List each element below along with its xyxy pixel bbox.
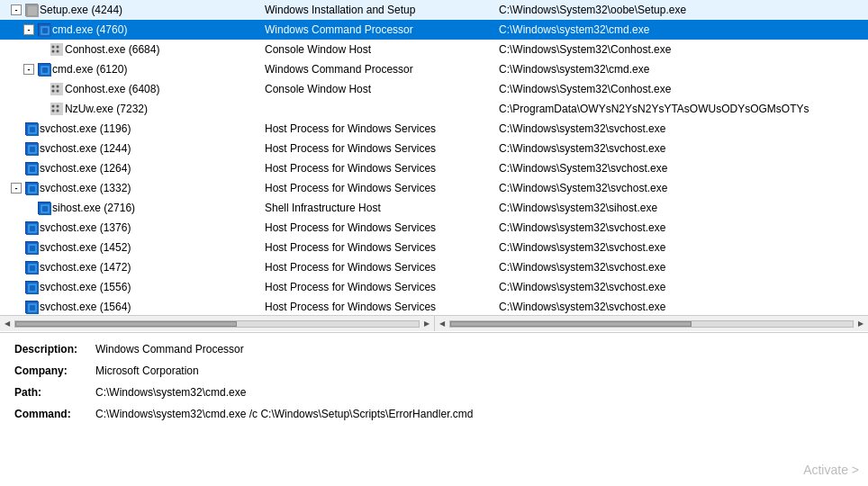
svg-rect-40 — [30, 226, 35, 231]
tree-container: -Setup.exe (4244)Windows Installation an… — [0, 0, 868, 333]
process-name-cell: svchost.exe (1264) — [0, 158, 261, 178]
description-label: Description: — [14, 340, 95, 358]
command-label: Command: — [14, 405, 95, 423]
command-row: Command: C:\Windows\system32\cmd.exe /c … — [14, 405, 854, 423]
svg-rect-12 — [42, 68, 48, 73]
process-name-cell: svchost.exe (1472) — [0, 257, 261, 277]
process-path-cell: C:\Windows\system32\cmd.exe — [495, 59, 868, 79]
table-row[interactable]: Conhost.exe (6684)Console Window HostC:\… — [0, 40, 868, 59]
process-icon — [50, 103, 63, 115]
svg-rect-52 — [30, 305, 35, 310]
scroll-right-arrow-2[interactable]: ▶ — [855, 320, 866, 328]
table-row[interactable]: svchost.exe (1264)Host Process for Windo… — [0, 158, 868, 178]
process-icon — [25, 122, 38, 135]
table-row[interactable]: svchost.exe (1556)Host Process for Windo… — [0, 277, 868, 297]
scroll-thumb-1[interactable] — [15, 321, 237, 327]
svg-rect-46 — [30, 266, 35, 271]
process-path-cell: C:\Windows\System32\svchost.exe — [495, 158, 868, 178]
table-row[interactable]: NzUw.exe (7232)C:\ProgramData\OWYsN2YsN2… — [0, 99, 868, 119]
process-name-cell: svchost.exe (1564) — [0, 297, 261, 315]
process-description-cell: Host Process for Windows Services — [261, 257, 495, 277]
scroll-right-arrow-1[interactable]: ▶ — [421, 320, 432, 328]
process-icon — [50, 43, 63, 56]
process-name-text: cmd.exe (4760) — [52, 22, 127, 38]
process-name-cell: svchost.exe (1244) — [0, 139, 261, 158]
expand-icon[interactable]: - — [11, 183, 22, 194]
svg-point-19 — [52, 105, 55, 108]
process-icon — [25, 301, 38, 313]
process-path-cell: C:\Windows\System32\Conhost.exe — [495, 40, 868, 59]
process-name-cell: -cmd.exe (4760) — [0, 20, 261, 40]
process-name-cell: -svchost.exe (1332) — [0, 178, 261, 198]
scroll-thumb-2[interactable] — [450, 321, 692, 327]
scroll-left-arrow-1[interactable]: ◀ — [2, 320, 13, 328]
svg-point-8 — [52, 50, 55, 53]
table-row[interactable]: -svchost.exe (1332)Host Process for Wind… — [0, 178, 868, 198]
horizontal-scrollbar-row: ◀ ▶ ◀ ▶ — [0, 315, 868, 331]
process-name-cell: Conhost.exe (6684) — [0, 40, 261, 59]
table-row[interactable]: svchost.exe (1196)Host Process for Windo… — [0, 119, 868, 139]
process-description-cell: Host Process for Windows Services — [261, 218, 495, 238]
process-path-cell: C:\Windows\System32\svchost.exe — [495, 178, 868, 198]
svg-point-7 — [57, 46, 59, 49]
process-path-cell: C:\Windows\system32\svchost.exe — [495, 257, 868, 277]
scroll-track-1[interactable] — [14, 320, 420, 328]
svg-point-15 — [57, 86, 59, 88]
process-name-text: svchost.exe (1264) — [40, 160, 131, 176]
process-name-text: svchost.exe (1564) — [40, 299, 131, 315]
path-row: Path: C:\Windows\system32\cmd.exe — [14, 383, 854, 401]
expand-icon[interactable]: - — [11, 4, 22, 15]
command-value: C:\Windows\system32\cmd.exe /c C:\Window… — [95, 405, 473, 423]
process-path-cell: C:\Windows\System32\Conhost.exe — [495, 79, 868, 99]
process-description-cell: Host Process for Windows Services — [261, 277, 495, 297]
svg-point-6 — [52, 46, 55, 49]
svg-point-14 — [52, 86, 55, 88]
process-description-cell: Host Process for Windows Services — [261, 158, 495, 178]
table-row[interactable]: svchost.exe (1472)Host Process for Windo… — [0, 257, 868, 277]
process-path-cell: C:\Windows\system32\svchost.exe — [495, 277, 868, 297]
process-name-text: Conhost.exe (6684) — [65, 41, 159, 58]
process-name-cell: svchost.exe (1452) — [0, 238, 261, 257]
process-name-text: svchost.exe (1556) — [40, 279, 131, 295]
expand-icon[interactable]: - — [23, 24, 34, 35]
process-icon — [25, 162, 38, 175]
process-name-text: sihost.exe (2716) — [52, 200, 135, 216]
table-row[interactable]: svchost.exe (1452)Host Process for Windo… — [0, 238, 868, 257]
table-row[interactable]: svchost.exe (1564)Host Process for Windo… — [0, 297, 868, 315]
table-row[interactable]: -Setup.exe (4244)Windows Installation an… — [0, 0, 868, 20]
main-container: -Setup.exe (4244)Windows Installation an… — [0, 0, 868, 486]
company-label: Company: — [14, 362, 95, 380]
svg-rect-37 — [42, 206, 48, 212]
svg-rect-25 — [30, 127, 35, 132]
scroll-track-2[interactable] — [449, 320, 854, 328]
process-description-cell: Host Process for Windows Services — [261, 297, 495, 315]
table-row[interactable]: svchost.exe (1376)Host Process for Windo… — [0, 218, 868, 238]
table-row[interactable]: -cmd.exe (6120)Windows Command Processor… — [0, 59, 868, 79]
process-icon — [38, 202, 50, 214]
svg-rect-13 — [50, 83, 63, 95]
process-name-cell: NzUw.exe (7232) — [0, 99, 261, 119]
process-name-cell: -cmd.exe (6120) — [0, 59, 261, 79]
process-name-text: svchost.exe (1196) — [40, 121, 131, 137]
table-row[interactable]: sihost.exe (2716)Shell Infrastructure Ho… — [0, 198, 868, 218]
process-name-text: Conhost.exe (6408) — [65, 81, 159, 97]
process-description-cell: Host Process for Windows Services — [261, 119, 495, 139]
process-path-cell: C:\Windows\system32\svchost.exe — [495, 238, 868, 257]
process-path-cell: C:\ProgramData\OWYsN2YsN2YsYTAsOWUsODYsO… — [495, 99, 868, 119]
table-row[interactable]: Conhost.exe (6408)Console Window HostC:\… — [0, 79, 868, 99]
process-name-cell: svchost.exe (1376) — [0, 218, 261, 238]
process-name-cell: Conhost.exe (6408) — [0, 79, 261, 99]
process-path-cell: C:\Windows\system32\cmd.exe — [495, 20, 868, 40]
company-row: Company: Microsoft Corporation — [14, 362, 854, 380]
process-name-text: svchost.exe (1472) — [40, 259, 131, 275]
process-icon — [25, 182, 38, 194]
scroll-left-arrow-2[interactable]: ◀ — [437, 320, 448, 328]
process-path-cell: C:\Windows\system32\svchost.exe — [495, 119, 868, 139]
expand-icon[interactable]: - — [23, 64, 34, 75]
svg-point-16 — [52, 90, 55, 93]
table-row[interactable]: svchost.exe (1244)Host Process for Windo… — [0, 139, 868, 158]
table-row[interactable]: -cmd.exe (4760)Windows Command Processor… — [0, 20, 868, 40]
svg-rect-1 — [28, 6, 37, 15]
svg-point-21 — [52, 110, 55, 112]
tree-scroll-wrapper: -Setup.exe (4244)Windows Installation an… — [0, 0, 868, 315]
